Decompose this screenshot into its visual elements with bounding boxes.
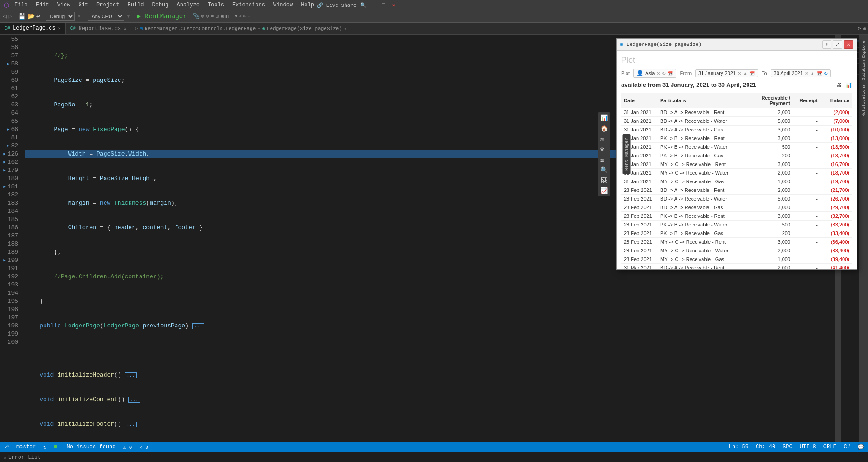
app-menu-window[interactable]: Window (271, 2, 296, 8)
row-date: 31 Jan 2021 (621, 117, 657, 126)
live-share-button[interactable]: 🔗 Live Share (317, 2, 356, 8)
region-calendar-icon[interactable]: 📅 (667, 71, 673, 76)
app-menu-project[interactable]: Project (94, 2, 122, 8)
row-payment: 2,000 (752, 108, 793, 117)
tab-reportbase-close[interactable]: ✕ (124, 26, 126, 31)
row-balance: (13,500) (820, 143, 852, 151)
row-date: 28 Feb 2021 (621, 229, 657, 238)
status-line-ending: CRLF (823, 444, 837, 451)
toolbar-sep-5 (134, 13, 134, 20)
panel-icon-4[interactable]: ☎ (600, 145, 608, 153)
app-menu-view[interactable]: View (55, 2, 73, 8)
tab-ledgerpage-close[interactable]: ✕ (58, 25, 61, 31)
rent-manager-vertical-tab[interactable]: Rent Manager (623, 134, 631, 174)
tab-right-icon1[interactable]: ⊳ (858, 25, 861, 32)
report-print-icon[interactable]: 🖨 (836, 82, 842, 88)
app-menu-analyze[interactable]: Analyze (174, 2, 202, 8)
app-menu-extensions[interactable]: Extensions (230, 2, 268, 8)
to-date-calendar-icon[interactable]: 📅 (817, 71, 822, 76)
row-payment: 500 (752, 143, 793, 151)
row-date: 28 Feb 2021 (621, 221, 657, 229)
status-warning-icon[interactable]: ⚠ 0 (123, 444, 132, 450)
toolbar-attach-icon[interactable]: 📎 (193, 13, 200, 20)
from-date-up-icon[interactable]: ▲ (743, 71, 748, 76)
toolbar-undo-icon[interactable]: ↩ (36, 13, 40, 20)
panel-icon-2[interactable]: 🏠 (600, 124, 608, 132)
app-menu-tools[interactable]: Tools (205, 2, 227, 8)
app-menu-git[interactable]: Git (75, 2, 91, 8)
report-content: Plot Plot 👤 Asia ✕ ↻ 📅 From 31 January 2… (617, 51, 857, 269)
col-balance: Balance (820, 93, 852, 108)
app-menu-help[interactable]: Help (298, 2, 317, 8)
table-row: 31 Jan 2021 PK -> B -> Receivable - Rent… (621, 134, 852, 143)
row-particulars: BD -> A -> Receivable - Rent (657, 186, 752, 195)
report-export-icon[interactable]: 📊 (845, 82, 852, 88)
to-date-input[interactable]: 30 April 2021 ✕ ▲ 📅 ↻ (771, 69, 831, 77)
panel-icon-3[interactable]: ⚖ (600, 135, 608, 142)
toolbar-forward-icon[interactable]: ▷ (8, 12, 12, 20)
minimize-button[interactable]: ─ (370, 2, 377, 8)
status-error-icon[interactable]: ✕ 0 (139, 444, 148, 450)
close-button[interactable]: ✕ (391, 2, 397, 8)
row-receipt: - (793, 169, 820, 177)
solution-explorer-btn[interactable]: Solution Explorer (861, 36, 867, 82)
row-receipt: - (793, 126, 820, 134)
toolbar-icon-5[interactable]: ▣ (221, 13, 224, 19)
row-balance: (18,700) (820, 169, 852, 177)
table-row: 28 Feb 2021 BD -> A -> Receivable - Rent… (621, 186, 852, 195)
panel-icon-7[interactable]: 🖼 (600, 176, 608, 184)
app-menu-file[interactable]: File (12, 2, 30, 8)
from-date-calendar-icon[interactable]: 📅 (749, 71, 755, 76)
panel-icon-5[interactable]: ⚖ (600, 156, 608, 163)
row-payment: 5,000 (752, 117, 793, 126)
app-menu-debug[interactable]: Debug (149, 2, 171, 8)
toolbar-step-icon[interactable]: ⇥ (239, 13, 242, 19)
region-clear-icon[interactable]: ✕ (657, 71, 660, 76)
from-date-clear[interactable]: ✕ (738, 71, 741, 76)
play-button[interactable]: ▶ RentManager (137, 12, 186, 20)
toolbar-open-icon[interactable]: 📂 (27, 13, 35, 20)
toolbar-icon-4[interactable]: ⊞ (216, 13, 219, 19)
row-receipt: - (793, 143, 820, 151)
toolbar-flag-icon[interactable]: ⚑ (234, 13, 237, 19)
app-menu-edit[interactable]: Edit (33, 2, 52, 8)
tab-ledgerpage[interactable]: C# LedgerPage.cs ✕ (0, 23, 66, 34)
status-feedback-icon[interactable]: 💬 (858, 444, 864, 451)
toolbar-step2-icon[interactable]: ⇤ (243, 13, 246, 19)
row-particulars: BD -> A -> Receivable - Rent (657, 264, 752, 270)
error-list-bar[interactable]: ⚠ Error List (0, 452, 868, 462)
to-date-refresh-icon[interactable]: ↻ (824, 71, 828, 76)
status-refresh-icon[interactable]: ↻ (43, 444, 46, 451)
tab-reportbase[interactable]: C# ReportBase.cs ✕ (66, 23, 132, 34)
row-payment: 3,000 (752, 212, 793, 221)
toolbar-back-icon[interactable]: ◁ (3, 12, 6, 20)
preview-expand-btn[interactable]: ⤢ (833, 40, 842, 49)
row-date: 31 Mar 2021 (621, 264, 657, 270)
debug-config-dropdown[interactable]: Debug (46, 12, 75, 21)
toolbar-step3-icon[interactable]: ↕ (247, 13, 251, 19)
title-bar-right: 🔗 Live Share 🔍 ─ □ ✕ (317, 2, 397, 8)
toolbar-save-icon[interactable]: 💾 (18, 13, 25, 20)
tab-right-icon2[interactable]: ⊞ (863, 25, 866, 32)
panel-icon-8[interactable]: 📈 (600, 186, 608, 194)
toolbar-icon-2[interactable]: ⊘ (206, 13, 209, 19)
app-menu-build[interactable]: Build (125, 2, 146, 8)
to-date-clear[interactable]: ✕ (805, 71, 808, 76)
maximize-button[interactable]: □ (380, 2, 387, 8)
toolbar-icon-6[interactable]: ◧ (226, 13, 229, 19)
region-filter[interactable]: 👤 Asia ✕ ↻ 📅 (633, 69, 676, 78)
tab-reportbase-icon: C# (70, 26, 76, 31)
from-date-input[interactable]: 31 January 2021 ✕ ▲ 📅 (695, 69, 758, 77)
panel-icon-1[interactable]: 📊 (600, 114, 608, 121)
toolbar-icon-1[interactable]: ⊕ (201, 13, 205, 19)
to-date-up-icon[interactable]: ▲ (810, 71, 815, 76)
region-refresh-icon[interactable]: ↻ (662, 71, 666, 76)
toolbar-icon-3[interactable]: ≡ (211, 13, 214, 19)
preview-download-btn[interactable]: ⬇ (822, 40, 831, 49)
preview-close-btn[interactable]: ✕ (844, 40, 853, 49)
row-date: 31 Jan 2021 (621, 126, 657, 134)
notifications-btn[interactable]: Notifications (861, 83, 867, 118)
panel-icon-6[interactable]: 🔍 (600, 166, 608, 174)
cpu-target-dropdown[interactable]: Any CPU (88, 12, 124, 21)
search-icon[interactable]: 🔍 (360, 2, 366, 8)
